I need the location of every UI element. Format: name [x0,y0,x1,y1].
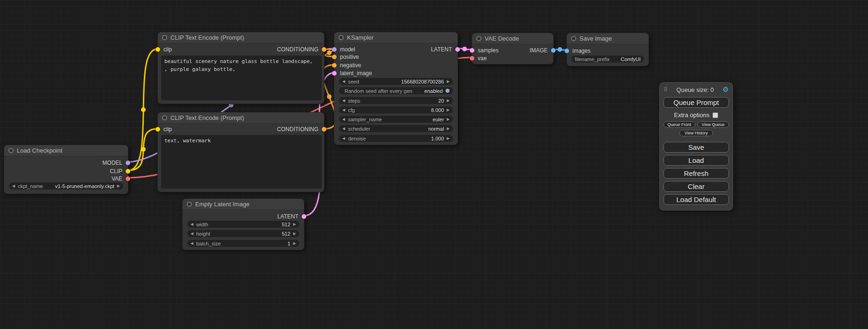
collapse-toggle-icon[interactable] [162,115,167,120]
widget-name: sampler_name [348,117,382,122]
queue-prompt-button[interactable]: Queue Prompt [663,97,729,108]
output-slot-conditioning[interactable] [322,47,326,52]
collapse-toggle-icon[interactable] [476,36,481,41]
input-slot-latent-image[interactable] [332,71,337,76]
increment-arrow-icon[interactable]: ▶ [293,232,296,236]
output-slot-latent[interactable] [302,214,306,219]
seed-control-widget[interactable]: Random seed after every gen enabled [339,87,453,94]
decrement-arrow-icon[interactable]: ◀ [342,108,345,112]
widget-value: euler [432,117,444,122]
decrement-arrow-icon[interactable]: ◀ [12,184,15,188]
toggle-indicator-icon[interactable] [445,89,450,93]
input-slot-images[interactable] [565,49,569,53]
decrement-arrow-icon[interactable]: ◀ [191,223,193,226]
wire-midpoint-dot [141,107,146,112]
widget-value: 20 [438,98,444,104]
decrement-arrow-icon[interactable]: ◀ [191,232,193,236]
denoise-widget[interactable]: ◀ denoise 1.000 ▶ [339,135,453,142]
extra-options-checkbox[interactable] [713,112,718,118]
output-slot-image[interactable] [551,48,556,53]
wire-midpoint-dot [327,50,332,55]
widget-value: ComfyUI [621,56,641,62]
collapse-toggle-icon[interactable] [571,36,576,41]
input-label-samples: samples [478,47,499,54]
canvas[interactable]: { "colors": { "model": "#B39DDB", "clip"… [0,0,868,329]
node-title-bar: Save Image [567,33,649,44]
node-clip-text-encode-positive[interactable]: CLIP Text Encode (Prompt) clip CONDITION… [157,32,325,104]
decrement-arrow-icon[interactable]: ◀ [342,118,345,121]
decrement-arrow-icon[interactable]: ◀ [342,127,345,131]
output-slot-latent[interactable] [455,47,460,52]
input-slot-clip[interactable] [155,127,160,132]
ckpt-name-widget[interactable]: ◀ ckpt_name v1-5-pruned-emaonly.ckpt ▶ [9,182,123,189]
input-slot-samples[interactable] [470,48,474,53]
widget-name: cfg [348,107,355,113]
input-slot-positive[interactable] [332,55,337,59]
filename-prefix-widget[interactable]: filename_prefix ComfyUI [572,56,644,63]
collapse-toggle-icon[interactable] [162,35,167,40]
input-label-vae: vae [478,55,487,62]
collapse-toggle-icon[interactable] [339,35,344,40]
decrement-arrow-icon[interactable]: ◀ [342,99,345,103]
gear-icon[interactable]: ⚙ [723,85,729,94]
widget-value: 512 [282,231,290,237]
widget-name: steps [348,98,360,104]
seed-widget[interactable]: ◀ seed 156680208700286 ▶ [339,78,453,85]
batch-size-widget[interactable]: ◀ batch_size 1 ▶ [187,240,299,247]
increment-arrow-icon[interactable]: ▶ [293,223,296,226]
scheduler-widget[interactable]: ◀ scheduler normal ▶ [339,125,453,132]
output-slot-model[interactable] [126,161,130,165]
positive-prompt-textarea[interactable]: beautiful scenery nature glass bottle la… [161,56,322,100]
increment-arrow-icon[interactable]: ▶ [447,99,450,103]
node-save-image[interactable]: Save Image images filename_prefix ComfyU… [566,33,649,66]
node-title-bar: Empty Latent Image [183,199,304,210]
clear-button[interactable]: Clear [663,181,729,192]
increment-arrow-icon[interactable]: ▶ [293,242,296,245]
node-clip-text-encode-negative[interactable]: CLIP Text Encode (Prompt) clip CONDITION… [157,112,325,192]
queue-front-button[interactable]: Queue Front [663,121,695,128]
widget-name: ckpt_name [18,183,43,189]
drag-handle-icon[interactable]: ⠿ [663,86,668,93]
node-title-text: VAE Decode [485,35,519,42]
height-widget[interactable]: ◀ height 512 ▶ [187,230,299,237]
collapse-toggle-icon[interactable] [187,202,192,207]
increment-arrow-icon[interactable]: ▶ [447,80,450,84]
refresh-button[interactable]: Refresh [663,168,729,179]
steps-widget[interactable]: ◀ steps 20 ▶ [339,97,453,104]
node-title-bar: VAE Decode [472,33,553,44]
collapse-toggle-icon[interactable] [8,148,14,153]
input-slot-clip[interactable] [155,47,160,52]
widget-value: v1-5-pruned-emaonly.ckpt [55,183,114,189]
negative-prompt-textarea[interactable]: text, watermark [161,135,322,189]
cfg-widget[interactable]: ◀ cfg 8.000 ▶ [339,106,453,113]
input-slot-model[interactable] [332,47,337,52]
decrement-arrow-icon[interactable]: ◀ [342,80,345,84]
increment-arrow-icon[interactable]: ▶ [447,127,450,131]
save-button[interactable]: Save [663,142,729,153]
input-label-negative: negative [340,62,361,69]
output-slot-clip[interactable] [126,169,130,174]
increment-arrow-icon[interactable]: ▶ [447,118,450,121]
output-slot-conditioning[interactable] [322,127,326,132]
output-label-clip: CLIP [110,168,122,175]
increment-arrow-icon[interactable]: ▶ [117,184,120,188]
node-empty-latent-image[interactable]: Empty Latent Image LATENT ◀ width 512 ▶ … [182,198,304,250]
output-slot-vae[interactable] [126,176,130,181]
increment-arrow-icon[interactable]: ▶ [447,137,450,140]
width-widget[interactable]: ◀ width 512 ▶ [187,221,299,228]
sampler-name-widget[interactable]: ◀ sampler_name euler ▶ [339,116,453,123]
node-ksampler[interactable]: KSampler model LATENT positive negative … [334,32,458,145]
node-vae-decode[interactable]: VAE Decode samples IMAGE vae [472,33,554,64]
node-title-bar: Load Checkpoint [4,145,128,156]
node-title-bar: CLIP Text Encode (Prompt) [158,32,324,43]
increment-arrow-icon[interactable]: ▶ [447,108,450,112]
input-slot-vae[interactable] [470,56,474,61]
load-default-button[interactable]: Load Default [663,194,729,205]
decrement-arrow-icon[interactable]: ◀ [191,242,193,245]
input-slot-negative[interactable] [332,63,337,68]
load-button[interactable]: Load [663,155,729,166]
node-load-checkpoint[interactable]: Load Checkpoint MODEL CLIP VAE ◀ ckpt_na… [4,145,128,194]
decrement-arrow-icon[interactable]: ◀ [342,137,345,140]
view-queue-button[interactable]: View Queue [698,121,729,128]
view-history-button[interactable]: View History [679,130,713,136]
